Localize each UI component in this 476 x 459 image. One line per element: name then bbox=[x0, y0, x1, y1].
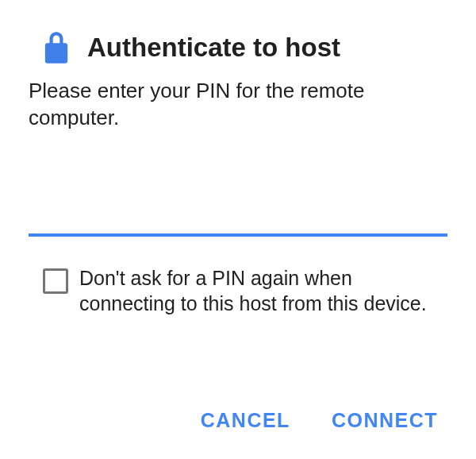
lock-icon bbox=[43, 32, 70, 64]
remember-pin-checkbox[interactable] bbox=[43, 268, 68, 294]
connect-button[interactable]: CONNECT bbox=[328, 403, 441, 438]
cancel-button[interactable]: CANCEL bbox=[198, 403, 294, 438]
remember-pin-label: Don't ask for a PIN again when connectin… bbox=[79, 265, 438, 316]
dialog-title: Authenticate to host bbox=[87, 33, 340, 63]
authenticate-dialog: Authenticate to host Please enter your P… bbox=[0, 0, 476, 459]
dialog-subtitle: Please enter your PIN for the remote com… bbox=[29, 78, 447, 132]
dialog-actions: CANCEL CONNECT bbox=[29, 403, 447, 443]
dialog-header: Authenticate to host bbox=[29, 32, 447, 64]
remember-pin-row: Don't ask for a PIN again when connectin… bbox=[29, 265, 447, 316]
pin-input[interactable] bbox=[29, 176, 447, 237]
